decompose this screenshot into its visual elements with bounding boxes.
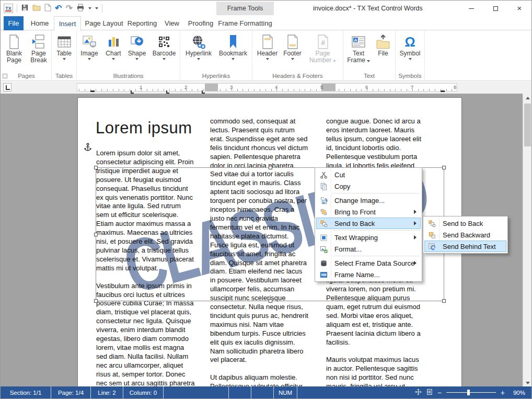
print-dropdown-icon[interactable]	[88, 7, 91, 9]
ruler-number: 2	[184, 84, 187, 90]
indent-marker[interactable]	[90, 90, 95, 92]
menu-item-text-wrapping[interactable]: Text Wrapping	[316, 232, 421, 243]
vertical-scrollbar[interactable]	[523, 94, 531, 387]
status-line: Line: 2	[91, 386, 123, 398]
ruler-number: 7	[411, 84, 413, 90]
menu-item-bring-to-front[interactable]: Bring to Front	[316, 206, 421, 218]
tab-home[interactable]: Home	[28, 16, 52, 30]
submenu-item-send-behind-text[interactable]: Send Behind Text	[424, 241, 506, 252]
group-label-text: Text	[343, 73, 395, 79]
zoom-slider-thumb[interactable]	[467, 390, 470, 395]
svg-text:#: #	[321, 39, 325, 47]
submenu-item-send-backward[interactable]: Send Backward	[424, 229, 506, 241]
tab-view[interactable]: View	[160, 16, 183, 30]
undo-icon[interactable]: ↶	[55, 5, 62, 12]
ribbon-corner-icon[interactable]	[3, 74, 7, 78]
pan-icon[interactable]	[415, 389, 422, 396]
menu-item-format[interactable]: Format...	[316, 243, 421, 255]
frame-handle-bottom-left[interactable]	[94, 299, 98, 303]
app-logo-icon[interactable]: TX	[4, 4, 13, 13]
frame-handle-top-left[interactable]	[94, 166, 98, 169]
maximize-button[interactable]	[483, 1, 507, 16]
bookmark-button[interactable]: Bookmark	[216, 32, 250, 60]
blank-page-button[interactable]: BlankPage	[2, 32, 26, 64]
frame-handle-top-middle[interactable]	[269, 166, 272, 169]
symbol-button[interactable]: Ω Symbol	[397, 32, 424, 60]
file-button[interactable]: File	[373, 32, 394, 57]
zoom-in-button[interactable]: +	[501, 390, 505, 396]
open-icon[interactable]	[32, 4, 41, 13]
table-button[interactable]: Table	[53, 32, 76, 60]
header-button[interactable]: Header	[255, 32, 280, 60]
fit-page-icon[interactable]	[426, 389, 433, 396]
close-button[interactable]: ×	[507, 1, 531, 16]
tab-insert[interactable]: Insert	[54, 16, 81, 31]
menu-item-label: Select Frame Data Source	[334, 259, 414, 267]
menu-item-copy[interactable]: Copy	[316, 180, 421, 192]
status-empty-cell	[251, 386, 274, 398]
data-source-icon	[317, 259, 331, 267]
frame-handle-top-right[interactable]	[442, 166, 446, 169]
new-document-icon[interactable]	[44, 4, 51, 14]
zoom-slider[interactable]	[446, 392, 496, 393]
chart-button[interactable]: Chart	[102, 32, 125, 60]
status-empty-cell	[164, 386, 229, 398]
right-indent-marker[interactable]	[441, 90, 445, 92]
minimize-button[interactable]	[459, 1, 483, 16]
customize-dropdown-icon[interactable]	[95, 7, 98, 9]
submenu-arrow-icon	[414, 235, 417, 240]
menu-item-frame-name[interactable]: NM Frame Name...	[316, 269, 421, 280]
arrow-up-icon	[526, 97, 530, 99]
hyperlink-dropdown-icon	[197, 58, 200, 60]
tab-file[interactable]: File	[4, 16, 24, 30]
page-number-icon: #	[316, 33, 330, 50]
ribbon-group-hyperlinks: Hyperlink Bookmark Hyperlinks	[180, 30, 252, 81]
text-frame-button[interactable]: A TextFrame	[345, 32, 372, 64]
button-label: Header	[257, 50, 277, 57]
scroll-up-button[interactable]	[523, 94, 531, 102]
hyperlink-button[interactable]: Hyperlink	[182, 32, 215, 60]
blank-page-icon	[7, 33, 21, 50]
status-empty-cell	[229, 386, 251, 398]
footer-button[interactable]: Footer	[281, 32, 305, 60]
button-label: Number	[309, 56, 332, 64]
shape-button[interactable]: Shape	[125, 32, 148, 60]
status-bar: Section: 1/1 Page: 1/4 Line: 2 Column: 0…	[1, 386, 531, 398]
tab-reporting[interactable]: Reporting	[126, 16, 158, 30]
frame-handle-middle-left[interactable]	[94, 233, 98, 236]
button-label: Blank	[6, 50, 22, 57]
redo-icon[interactable]: ↷	[65, 5, 72, 12]
page-break-button[interactable]: PageBreak	[27, 32, 51, 64]
tab-frame-formatting[interactable]: Frame Formatting	[216, 16, 274, 30]
window-title: invoice.docx* - TX Text Control Words	[313, 5, 423, 12]
menu-item-label: Send to Back	[334, 220, 375, 227]
footer-icon	[286, 33, 299, 50]
submenu-arrow-icon	[414, 210, 417, 214]
submenu-item-send-to-back[interactable]: Send to Back	[424, 218, 506, 229]
menu-item-change-image[interactable]: Change Image...	[316, 195, 421, 206]
bookmark-dropdown-icon	[232, 58, 235, 60]
menu-item-select-frame-data-source[interactable]: Select Frame Data Source	[316, 257, 421, 269]
frame-handle-bottom-middle[interactable]	[269, 299, 272, 303]
barcode-button[interactable]: Barcode	[149, 32, 179, 60]
button-label: Barcode	[153, 50, 176, 57]
bring-to-front-icon	[317, 208, 331, 216]
send-to-back-submenu: Send to Back Send Backward Send Behind T…	[423, 216, 508, 254]
button-label: Shape	[128, 50, 146, 57]
save-icon[interactable]	[21, 4, 29, 14]
tab-page-layout[interactable]: Page Layout	[84, 16, 124, 30]
menu-item-cut[interactable]: Cut	[316, 169, 421, 180]
image-button[interactable]: Image	[77, 32, 101, 60]
zoom-out-button[interactable]: −	[437, 390, 442, 396]
tab-proofing[interactable]: Proofing	[186, 16, 216, 30]
copy-icon	[317, 183, 331, 190]
group-label-hyperlinks: Hyperlinks	[180, 73, 252, 79]
document-heading[interactable]: Lorem ipsum	[96, 119, 192, 138]
scrollbar-thumb[interactable]	[524, 104, 531, 146]
tab-stop-selector[interactable]	[3, 83, 11, 92]
menu-item-label: Copy	[334, 183, 350, 190]
menu-item-send-to-back[interactable]: Send to Back	[316, 218, 421, 229]
title-bar: TX ↶ ↷ Frame Tools invoice.docx* - TX Te…	[1, 1, 531, 16]
frame-handle-bottom-right[interactable]	[442, 299, 446, 303]
print-icon[interactable]	[76, 4, 85, 14]
